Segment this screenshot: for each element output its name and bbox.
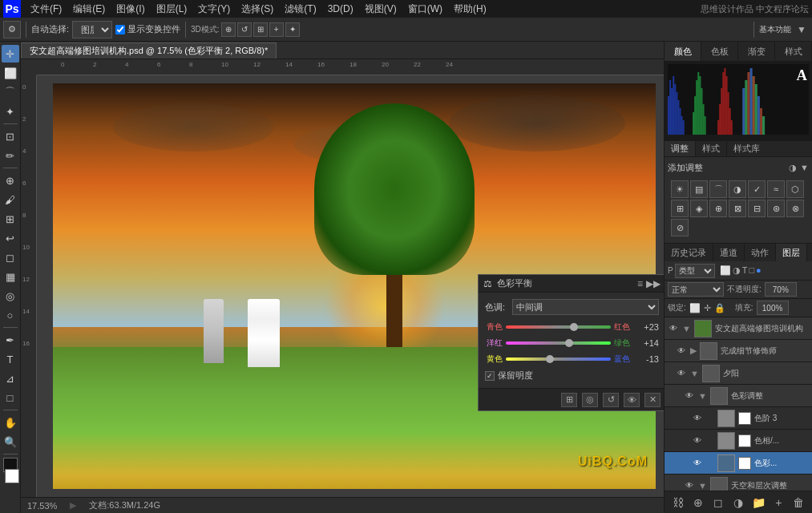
layers-list[interactable]: 👁 ▼ 安文超高端修图培训机构 👁 ▶ 完成细节修饰师 👁 ▼: [665, 317, 812, 491]
adj-icon-btn1[interactable]: ◑: [789, 163, 797, 173]
auto-select-dropdown[interactable]: 图层 组: [72, 21, 112, 38]
tool-shape[interactable]: □: [2, 389, 19, 406]
tool-dodge[interactable]: ○: [2, 306, 19, 324]
filter-adj[interactable]: ◑: [733, 265, 741, 276]
menu-edit[interactable]: 编辑(E): [68, 1, 110, 18]
cb-cyan-red-thumb[interactable]: [570, 323, 578, 331]
adj-channel-mixer[interactable]: ⊕: [709, 200, 727, 217]
add-mask-btn[interactable]: ◻: [710, 495, 726, 511]
adj-hsl[interactable]: ≈: [767, 180, 785, 198]
tool-eraser[interactable]: ◻: [2, 248, 19, 266]
tab-styles-2[interactable]: 样式: [696, 141, 727, 156]
cb-btn-2[interactable]: ◎: [582, 393, 598, 407]
adj-color-lookup[interactable]: ⊠: [729, 200, 746, 217]
menu-file[interactable]: 文件(F): [26, 1, 67, 18]
cb-collapse-icon[interactable]: ≡: [637, 278, 643, 289]
adj-exposure[interactable]: ◑: [729, 180, 746, 198]
layer-0-expand[interactable]: ▼: [682, 324, 691, 333]
adj-curves[interactable]: ⌒: [709, 180, 727, 198]
tool-text[interactable]: T: [2, 350, 19, 368]
menu-view[interactable]: 视图(V): [360, 1, 402, 18]
tool-blur[interactable]: ◎: [2, 287, 19, 305]
filter-pixel[interactable]: ⬜: [720, 265, 731, 276]
document-tab[interactable]: 安文超高端修图培训机构.psd @ 17.5% (色彩平衡 2, RGB/8)*: [21, 42, 277, 59]
menu-select[interactable]: 选择(S): [236, 1, 278, 18]
layer-4[interactable]: 👁 色阶 3: [665, 407, 812, 430]
tab-history[interactable]: 历史记录: [665, 244, 713, 261]
cb-cyan-red-slider[interactable]: [506, 321, 611, 333]
adj-colorbalance[interactable]: ⬡: [786, 180, 804, 198]
menu-filter[interactable]: 滤镜(T): [280, 1, 321, 18]
tool-wand[interactable]: ✦: [2, 103, 19, 120]
menu-3d[interactable]: 3D(D): [323, 2, 358, 16]
layer-root-group[interactable]: 👁 ▼ 安文超高端修图培训机构: [665, 317, 812, 340]
tool-stamp[interactable]: ⊞: [2, 210, 19, 228]
tab-libraries[interactable]: 样式库: [727, 141, 766, 156]
lock-all-btn[interactable]: 🔒: [714, 303, 725, 313]
layer-2-eye[interactable]: 👁: [676, 368, 687, 379]
show-transform-checkbox[interactable]: [115, 25, 125, 34]
tool-pen[interactable]: ✒: [2, 331, 19, 349]
adj-levels[interactable]: ▤: [690, 180, 708, 198]
tab-style[interactable]: 样式: [775, 42, 812, 61]
adj-gradient-map[interactable]: ⊘: [671, 219, 689, 236]
tool-move[interactable]: ✛: [2, 45, 19, 63]
cb-preserve-checkbox[interactable]: ✓: [485, 371, 495, 381]
fill-input[interactable]: [757, 301, 789, 315]
menu-image[interactable]: 图像(I): [111, 1, 149, 18]
adj-vibrance[interactable]: ✓: [748, 180, 766, 198]
layer-5-eye[interactable]: 👁: [692, 435, 703, 446]
lock-pos-btn[interactable]: ✛: [704, 303, 711, 313]
opacity-input[interactable]: [765, 282, 797, 297]
adj-invert[interactable]: ⊟: [748, 200, 766, 217]
adj-bw[interactable]: ⊞: [671, 200, 689, 217]
tool-zoom[interactable]: 🔍: [2, 433, 19, 450]
filter-toggle[interactable]: ●: [756, 265, 762, 276]
background-color[interactable]: [5, 469, 19, 483]
lock-pixel-btn[interactable]: ⬜: [689, 303, 701, 313]
layer-7-expand[interactable]: ▼: [698, 481, 707, 491]
tool-brush[interactable]: 🖌: [2, 191, 19, 208]
tab-actions[interactable]: 动作: [745, 244, 776, 261]
tab-layers[interactable]: 图层: [776, 244, 807, 261]
cb-btn-1[interactable]: ⊞: [561, 393, 577, 407]
layer-6-eye[interactable]: 👁: [692, 458, 703, 469]
new-layer-btn[interactable]: +: [770, 495, 786, 511]
layer-type-select[interactable]: 类型: [675, 264, 715, 278]
tab-swatches[interactable]: 色板: [701, 42, 738, 61]
layer-3[interactable]: 👁 ▼ 色彩调整: [665, 385, 812, 407]
3d-icon-4[interactable]: +: [269, 22, 284, 37]
cb-mag-green-slider[interactable]: [506, 337, 611, 349]
adj-posterize[interactable]: ⊛: [767, 200, 785, 217]
layer-7-eye[interactable]: 👁: [684, 480, 695, 491]
tab-channels[interactable]: 通道: [713, 244, 745, 261]
layer-3-expand[interactable]: ▼: [698, 391, 707, 401]
filter-text[interactable]: T: [742, 265, 748, 276]
cb-btn-4[interactable]: 👁: [624, 393, 640, 407]
tool-history[interactable]: ↩: [2, 229, 19, 247]
3d-icon-5[interactable]: ✦: [285, 22, 300, 37]
cb-yellow-blue-slider[interactable]: [506, 353, 611, 365]
cb-tone-select[interactable]: 中间调 阴影 高光: [512, 299, 659, 315]
show-transform-label[interactable]: 显示变换控件: [115, 23, 180, 35]
tab-color[interactable]: 颜色: [665, 42, 701, 61]
link-layers-btn[interactable]: ⛓: [670, 495, 686, 511]
layer-6[interactable]: 👁 色彩...: [665, 452, 812, 475]
layer-5[interactable]: 👁 色相/...: [665, 430, 812, 452]
delete-layer-btn[interactable]: 🗑: [790, 495, 806, 511]
cb-expand-icon[interactable]: ▶▶: [646, 278, 661, 289]
cb-yellow-blue-thumb[interactable]: [546, 355, 554, 363]
layer-3-eye[interactable]: 👁: [684, 390, 695, 402]
filter-shape[interactable]: □: [749, 265, 754, 276]
layer-1-expand[interactable]: ▶: [690, 345, 697, 356]
layer-1[interactable]: 👁 ▶ 完成细节修饰师: [665, 340, 812, 362]
menu-layer[interactable]: 图层(L): [151, 1, 192, 18]
tool-crop[interactable]: ⊡: [2, 127, 19, 145]
tool-lasso[interactable]: ⌒: [2, 83, 19, 101]
menu-window[interactable]: 窗口(W): [403, 1, 447, 18]
tool-marquee[interactable]: ⬜: [2, 64, 19, 82]
menu-text[interactable]: 文字(Y): [193, 1, 235, 18]
workspace-dropdown-icon[interactable]: ▼: [794, 22, 809, 37]
menu-help[interactable]: 帮助(H): [449, 1, 491, 18]
layer-4-eye[interactable]: 👁: [692, 413, 703, 424]
